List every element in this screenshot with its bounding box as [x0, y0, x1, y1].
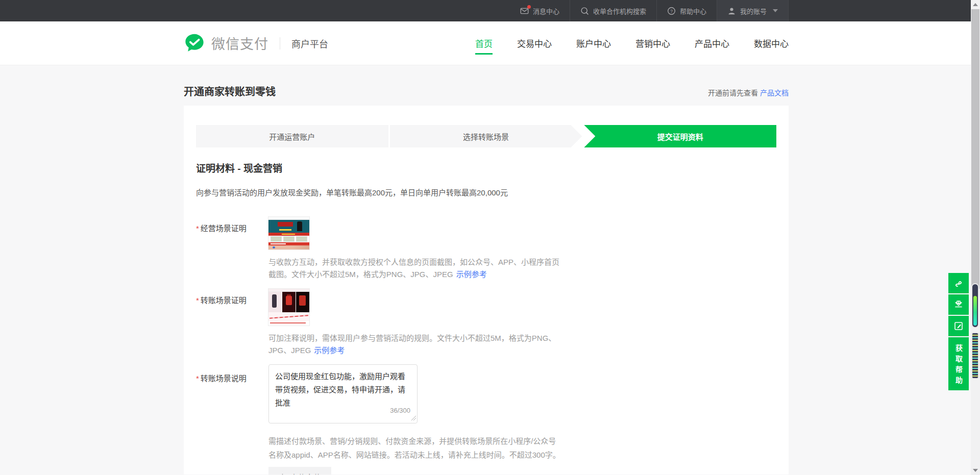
section-description: 向参与营销活动的用户发放现金奖励，单笔转账最高200元，单日向单用户转账最高20… [196, 187, 776, 197]
nav-item-products[interactable]: 产品中心 [695, 21, 729, 65]
upload-file-button[interactable]: 上传文件 [268, 467, 331, 474]
business-scene-thumbnail[interactable] [268, 217, 309, 249]
scroll-up-arrow[interactable] [973, 3, 978, 6]
topbar-item-messages[interactable]: 消息中心 [510, 0, 570, 21]
product-doc-link[interactable]: 产品文档 [760, 89, 789, 97]
transfer-scene-thumbnail[interactable] [268, 289, 309, 326]
content-card: 开通运营账户 选择转账场景 提交证明资料 证明材料 - 现金营销 向参与营销活动… [184, 106, 789, 474]
topbar-item-my-account[interactable]: 我的账号 [717, 0, 789, 21]
field-label: *转账场景说明 [196, 364, 268, 462]
field-label: 附加证明（可选） [196, 467, 268, 474]
nav-item-account[interactable]: 账户中心 [576, 21, 611, 65]
topbar-item-label: 收单合作机构搜索 [593, 6, 646, 16]
svg-text:?: ? [670, 8, 673, 13]
required-marker: * [196, 224, 199, 233]
nav-item-marketing[interactable]: 营销中心 [635, 21, 670, 65]
field-helper-text: 需描述付款场景、营销/分销规则、付款资金来源，并提供转账场景所在小程序/公众号名… [268, 434, 564, 462]
step-indicator: 开通运营账户 选择转账场景 提交证明资料 [196, 125, 776, 147]
field-label: *转账场景证明 [196, 289, 268, 357]
field-description: 与收款方互动，并获取收款方授权个人信息的页面截图，如公众号、APP、小程序首页截… [268, 256, 560, 281]
step-open-account[interactable]: 开通运营账户 [196, 125, 388, 147]
topbar-item-label: 帮助中心 [680, 6, 706, 16]
page-title: 开通商家转账到零钱 [184, 84, 276, 98]
required-marker: * [196, 296, 199, 305]
nav-item-transactions[interactable]: 交易中心 [517, 21, 552, 65]
scroll-progress-widget[interactable] [971, 283, 979, 328]
mail-icon [520, 7, 529, 15]
scrollbar[interactable] [971, 0, 980, 475]
field-description: 可加注释说明，需体现用户参与营销活动的规则。文件大小不超过5M，格式为PNG、J… [268, 332, 560, 357]
field-label: *经营场景证明 [196, 217, 268, 281]
page-head: 开通商家转账到零钱 开通前请先查看 产品文档 [184, 84, 789, 98]
nav-item-home[interactable]: 首页 [475, 21, 493, 65]
proof-form: *经营场景证明 与收款方互动，并获取收款方授权个人信息的页面截图，如公众号、AP… [196, 217, 776, 474]
chevron-down-icon [773, 9, 778, 12]
question-icon: ? [667, 7, 676, 15]
doc-hint: 开通前请先查看 产品文档 [708, 87, 789, 97]
get-help-button[interactable]: 获取帮助 [948, 337, 969, 390]
form-row-extra-proof: 附加证明（可选） 上传文件 [196, 467, 776, 474]
brand-name: 微信支付 [211, 33, 268, 53]
field-label-text: 附加证明（可选） [196, 474, 257, 474]
example-link[interactable]: 示例参考 [456, 270, 487, 279]
field-label-text: 经营场景证明 [201, 224, 247, 233]
unread-badge [527, 5, 531, 9]
link-icon [953, 278, 964, 288]
required-marker: * [196, 374, 199, 383]
field-label-text: 转账场景说明 [201, 374, 247, 383]
divider [280, 37, 280, 49]
feedback-edit-button[interactable] [948, 316, 969, 336]
download-icon [953, 299, 964, 310]
field-description-text: 与收款方互动，并获取收款方授权个人信息的页面截图，如公众号、APP、小程序首页截… [268, 258, 559, 279]
scroll-down-arrow[interactable] [973, 469, 978, 472]
char-counter: 36/300 [390, 407, 410, 414]
survey-link-button[interactable] [948, 273, 969, 293]
wechat-pay-logo-icon [184, 33, 205, 54]
field-label-text: 转账场景证明 [201, 296, 247, 305]
topbar: 消息中心 收单合作机构搜索 ? 帮助中心 我的账号 [0, 0, 980, 21]
step-choose-scene[interactable]: 选择转账场景 [390, 125, 582, 147]
user-icon [727, 7, 736, 15]
step-submit-proof[interactable]: 提交证明资料 [584, 125, 776, 147]
section-heading: 证明材料 - 现金营销 [196, 161, 776, 174]
topbar-item-label: 消息中心 [533, 6, 559, 16]
upload-icon [279, 473, 286, 475]
topbar-item-acquirer-search[interactable]: 收单合作机构搜索 [570, 0, 656, 21]
topbar-item-label: 我的账号 [740, 6, 767, 16]
main-nav: 首页 交易中心 账户中心 营销中心 产品中心 数据中心 [475, 21, 789, 65]
form-row-business-scene: *经营场景证明 与收款方互动，并获取收款方授权个人信息的页面截图，如公众号、AP… [196, 217, 776, 281]
topbar-item-help-center[interactable]: ? 帮助中心 [656, 0, 717, 21]
search-icon [580, 7, 589, 15]
nav-item-data[interactable]: 数据中心 [754, 21, 789, 65]
brand[interactable]: 微信支付 商户平台 [184, 33, 328, 54]
download-button[interactable] [948, 294, 969, 315]
form-row-transfer-scene: *转账场景证明 可加注释说明，需体现用户参与营销活动的规则。文件大小不超过5M，… [196, 289, 776, 357]
scrollbar-thumb[interactable] [971, 9, 979, 289]
resize-handle-icon[interactable] [411, 416, 416, 420]
scroll-minimap-widget[interactable] [971, 332, 979, 379]
floating-toolbar: 获取帮助 [948, 273, 969, 390]
example-link[interactable]: 示例参考 [314, 346, 345, 355]
form-row-scene-note: *转账场景说明 公司使用现金红包功能，激励用户观看带货视频，促进交易，特申请开通… [196, 364, 776, 462]
field-description-text: 可加注释说明，需体现用户参与营销活动的规则。文件大小不超过5M，格式为PNG、J… [268, 334, 556, 355]
header: 微信支付 商户平台 首页 交易中心 账户中心 营销中心 产品中心 数据中心 [0, 21, 980, 65]
doc-hint-text: 开通前请先查看 [708, 89, 758, 97]
platform-name: 商户平台 [291, 37, 328, 50]
edit-icon [953, 321, 964, 331]
scene-note-textarea[interactable]: 公司使用现金红包功能，激励用户观看带货视频，促进交易，特申请开通，请批准 [268, 364, 418, 423]
upload-button-label: 上传文件 [290, 472, 321, 475]
